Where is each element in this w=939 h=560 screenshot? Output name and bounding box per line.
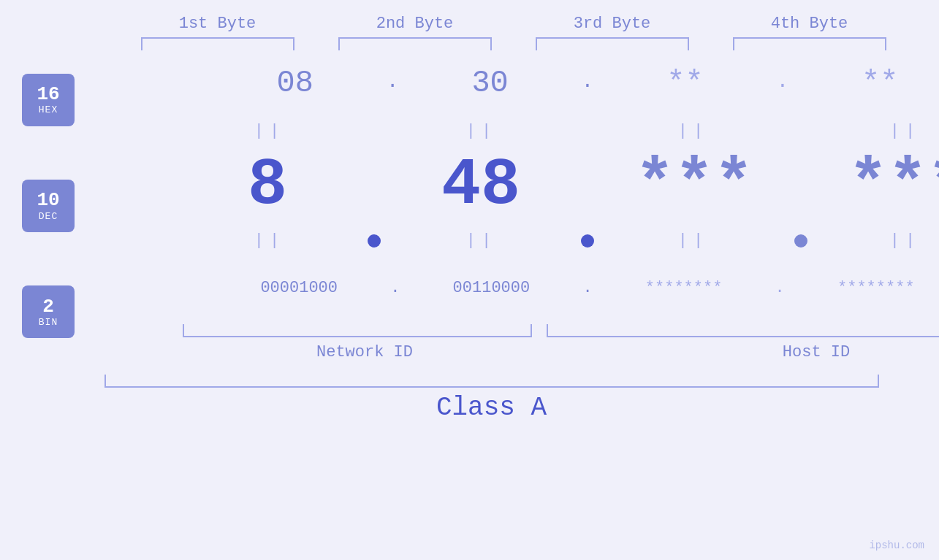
dec-val-1: 8 (248, 148, 287, 223)
main-area: 16 HEX 10 DEC 2 BIN 08 . 30 (0, 50, 939, 361)
byte-label-4: 4th Byte (711, 15, 908, 33)
byte-col-2: 2nd Byte (316, 15, 514, 50)
hex-val-2-col: 30 (392, 66, 589, 101)
hex-row: 08 . 30 . ** . ** (75, 50, 939, 116)
hex-val-1-col: 08 (197, 66, 394, 101)
badge-hex-num: 16 (37, 84, 59, 105)
dec-sep-1 (368, 234, 381, 248)
bin-row: 00001000 . 00110000 . ******** . *******… (75, 255, 939, 321)
bin-val-1: 00001000 (260, 279, 338, 297)
byte-col-3: 3rd Byte (514, 15, 711, 50)
hex-val-4-col: ** (781, 66, 939, 101)
network-id-label: Network ID (190, 343, 539, 361)
bottom-section: Network ID Host ID (75, 324, 939, 361)
dec-val-2-col: 48 (382, 148, 579, 223)
byte-col-1: 1st Byte (119, 15, 316, 50)
hex-val-4: ** (862, 66, 898, 101)
byte-bracket-top-1 (141, 37, 294, 50)
badges-col: 16 HEX 10 DEC 2 BIN (0, 50, 75, 361)
bottom-brackets-row (170, 324, 939, 337)
hex-val-3: ** (666, 66, 703, 101)
dec-val-3-col: *** (596, 148, 793, 223)
eq-row-1: || || || || (75, 116, 939, 145)
eq-row-2: || || || || (75, 226, 939, 255)
badge-hex-label: HEX (39, 104, 58, 115)
dec-val-4-col: *** (809, 148, 939, 223)
badge-dec-label: DEC (39, 211, 58, 222)
watermark: ipshu.com (869, 540, 924, 551)
byte-bracket-top-2 (338, 37, 492, 50)
bin-val-4-col: ******** (778, 279, 939, 297)
bin-val-4: ******** (837, 279, 915, 297)
eq-2-3: || (595, 231, 792, 250)
bin-val-2-col: 00110000 (392, 279, 590, 297)
host-id-label: Host ID (539, 343, 939, 361)
badge-dec: 10 DEC (22, 180, 75, 232)
badge-dec-num: 10 (37, 190, 59, 211)
class-bracket: Class A (104, 375, 879, 388)
dec-val-2: 48 (441, 148, 520, 223)
eq-1-4: || (807, 122, 939, 140)
byte-headers: 1st Byte 2nd Byte 3rd Byte 4th Byte (44, 15, 939, 50)
hex-val-2: 30 (471, 66, 508, 101)
byte-label-3: 3rd Byte (514, 15, 711, 33)
byte-bracket-top-3 (536, 37, 689, 50)
eq-1-3: || (595, 122, 792, 140)
byte-col-4: 4th Byte (711, 15, 908, 50)
badge-hex: 16 HEX (22, 74, 75, 126)
eq-1-1: || (171, 122, 368, 140)
hex-val-1: 08 (277, 66, 313, 101)
dec-val-3: *** (635, 148, 753, 223)
class-label: Class A (436, 393, 547, 423)
byte-label-1: 1st Byte (119, 15, 316, 33)
labels-row: Network ID Host ID (170, 343, 939, 361)
class-row: Class A (0, 375, 939, 388)
eq-2-2: || (383, 231, 580, 250)
bin-val-3: ******** (645, 279, 723, 297)
bracket-host (547, 324, 939, 337)
hex-val-3-col: ** (586, 66, 783, 101)
dec-sep-2 (581, 234, 594, 248)
dec-sep-3 (794, 234, 807, 248)
eq-1-2: || (383, 122, 580, 140)
bin-val-1-col: 00001000 (200, 279, 398, 297)
bracket-network (183, 324, 532, 337)
main-container: 1st Byte 2nd Byte 3rd Byte 4th Byte 16 H… (0, 0, 939, 560)
byte-label-2: 2nd Byte (316, 15, 514, 33)
bin-val-3-col: ******** (585, 279, 783, 297)
dec-row: 8 48 *** *** (75, 145, 939, 226)
badge-bin: 2 BIN (22, 285, 75, 338)
byte-bracket-top-4 (733, 37, 886, 50)
dec-val-1-col: 8 (169, 148, 366, 223)
badge-bin-label: BIN (39, 317, 58, 328)
bin-val-2: 00110000 (453, 279, 531, 297)
dec-val-4: *** (848, 148, 939, 223)
data-area: 08 . 30 . ** . ** || || (75, 50, 939, 361)
eq-2-1: || (171, 231, 368, 250)
badge-bin-num: 2 (42, 296, 54, 318)
eq-2-4: || (807, 231, 939, 250)
